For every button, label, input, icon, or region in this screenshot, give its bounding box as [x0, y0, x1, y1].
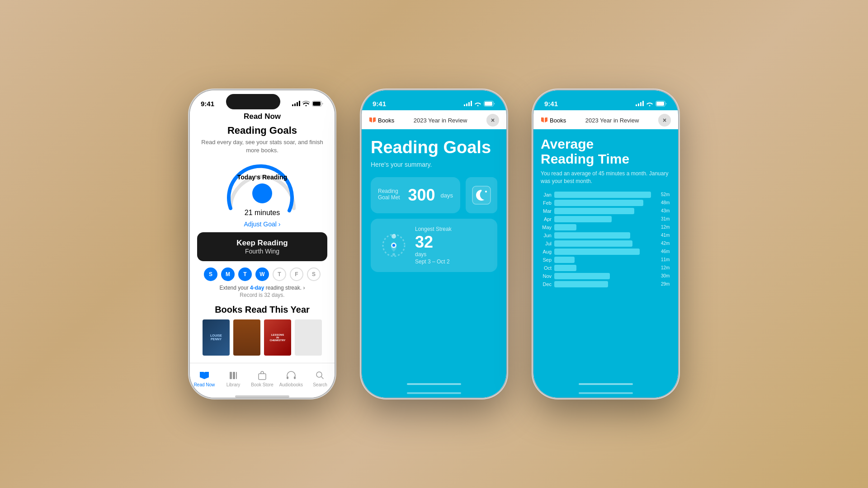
book-open-icon: [199, 370, 210, 381]
bar-track-oct: [554, 265, 656, 271]
books-brand-2: Books: [378, 117, 394, 124]
reading-goal-label: Reading Goal Met: [378, 188, 402, 201]
bar-value-dec: 29m: [661, 282, 671, 286]
tab-search-label: Search: [313, 382, 327, 387]
books-logo-2: Books: [369, 117, 394, 124]
bar-row-nov: Nov30m: [541, 273, 671, 279]
bar-track-feb: [554, 200, 656, 206]
reading-goal-value: 300: [408, 187, 435, 203]
book-covers[interactable]: LOUISEPENNY LESSONSINCHEMISTRY: [197, 319, 327, 356]
reading-goal-card: Reading Goal Met 300 days: [371, 177, 460, 213]
bar-track-jul: [554, 240, 656, 247]
avg-big-title: AverageReading Time: [541, 136, 671, 166]
home-indicator-1: [190, 395, 335, 398]
keep-reading-button[interactable]: Keep Reading Fourth Wing: [197, 232, 327, 261]
svg-point-17: [392, 244, 395, 247]
close-button-3[interactable]: ×: [658, 114, 671, 127]
signal-bars-3: [636, 101, 644, 106]
scroll-indicator-3: [533, 383, 678, 385]
bar-track-jan: [554, 192, 656, 198]
bar-month-nov: Nov: [541, 273, 552, 279]
streak-value-2: 32: [415, 234, 452, 250]
phone-2: 9:41: [362, 90, 506, 398]
bar-month-sep: Sep: [541, 257, 552, 263]
book-cover-1[interactable]: LOUISEPENNY: [203, 319, 230, 356]
avg-desc: You read an average of 45 minutes a mont…: [541, 170, 671, 185]
big-title-2: Reading Goals: [371, 138, 497, 157]
home-indicator-2: [362, 389, 506, 398]
goal-row: Reading Goal Met 300 days: [371, 177, 497, 213]
close-button-2[interactable]: ×: [486, 114, 499, 127]
year-review-title-small-2: 2023 Year in Review: [414, 117, 467, 124]
tab-bar: Read Now Library: [190, 363, 335, 395]
book-cover-2[interactable]: [233, 319, 260, 356]
bar-track-may: [554, 224, 656, 230]
day-f: F: [290, 267, 303, 281]
phone-1: 9:41: [190, 90, 335, 398]
home-indicator-3: [533, 389, 678, 398]
streak-record: Record is 32 days.: [197, 292, 327, 298]
bar-track-sep: [554, 257, 656, 263]
phone-3-screen: 9:41: [533, 90, 678, 398]
status-bar-1: 9:41: [190, 90, 335, 110]
tab-search[interactable]: Search: [306, 370, 335, 387]
svg-rect-19: [656, 102, 664, 106]
year-review-body-2: Reading Goals Here's your summary. Readi…: [362, 129, 506, 383]
book-cover-4[interactable]: [295, 319, 322, 356]
phone1-nav: Read Now: [190, 110, 335, 125]
bar-month-apr: Apr: [541, 216, 552, 222]
tab-read-now[interactable]: Read Now: [190, 370, 219, 387]
bar-row-jul: Jul42m: [541, 240, 671, 247]
bar-track-jun: [554, 232, 656, 239]
checkmark-circle: [252, 183, 272, 203]
svg-point-14: [392, 234, 396, 239]
day-circles: S M T W T F S: [197, 267, 327, 281]
bar-row-dec: Dec29m: [541, 281, 671, 287]
status-icons-2: [464, 101, 495, 107]
bar-chart: Jan52mFeb48mMar43mApr31mMay12mJun41mJul4…: [541, 192, 671, 379]
bar-value-feb: 48m: [661, 200, 671, 205]
day-m: M: [221, 267, 235, 281]
signal-bars-2: [464, 101, 472, 106]
year-review-header-2: Books 2023 Year in Review ×: [362, 110, 506, 129]
status-bar-2: 9:41: [362, 90, 506, 110]
status-time-2: 9:41: [373, 100, 386, 108]
tab-library[interactable]: Library: [219, 370, 248, 387]
phone-1-screen: 9:41: [190, 90, 335, 398]
status-icons-3: [636, 101, 667, 107]
svg-point-12: [485, 191, 487, 192]
svg-rect-4: [236, 372, 237, 379]
bar-fill-oct: [554, 265, 576, 271]
bar-row-oct: Oct12m: [541, 265, 671, 271]
books-icon: [228, 370, 239, 381]
book-cover-3[interactable]: LESSONSINCHEMISTRY: [264, 319, 291, 356]
streak-bold: 4-day: [250, 285, 264, 291]
reading-goal-unit: days: [441, 192, 453, 199]
bar-fill-jan: [554, 192, 651, 198]
svg-rect-3: [233, 372, 235, 379]
wifi-icon-1: [302, 101, 310, 106]
bar-month-jul: Jul: [541, 241, 552, 246]
bar-value-oct: 12m: [661, 265, 671, 270]
tab-bookstore[interactable]: Book Store: [248, 370, 277, 387]
streak-info-2: Longest Streak 32 days Sept 3 – Oct 2: [415, 226, 452, 265]
year-review-header-3: Books 2023 Year in Review ×: [533, 110, 678, 129]
streak-label-2: Longest Streak: [415, 226, 452, 232]
bar-row-aug: Aug46m: [541, 249, 671, 255]
bar-month-mar: Mar: [541, 208, 552, 214]
tab-audiobooks[interactable]: Audiobooks: [277, 370, 306, 387]
phone-3: 9:41: [533, 90, 678, 398]
bar-track-mar: [554, 208, 656, 214]
bar-track-nov: [554, 273, 656, 279]
bar-value-jul: 42m: [661, 241, 671, 246]
bar-fill-apr: [554, 216, 612, 222]
bar-value-mar: 43m: [661, 208, 671, 213]
svg-rect-2: [230, 372, 232, 379]
phones-container: 9:41: [190, 90, 678, 398]
phone1-content[interactable]: Reading Goals Read every day, see your s…: [190, 125, 335, 363]
wifi-icon-2: [474, 101, 481, 106]
moon-icon-card: [466, 177, 497, 213]
summary-text-2: Here's your summary.: [371, 161, 497, 168]
bar-value-jun: 41m: [661, 233, 671, 238]
bar-row-sep: Sep11m: [541, 257, 671, 263]
